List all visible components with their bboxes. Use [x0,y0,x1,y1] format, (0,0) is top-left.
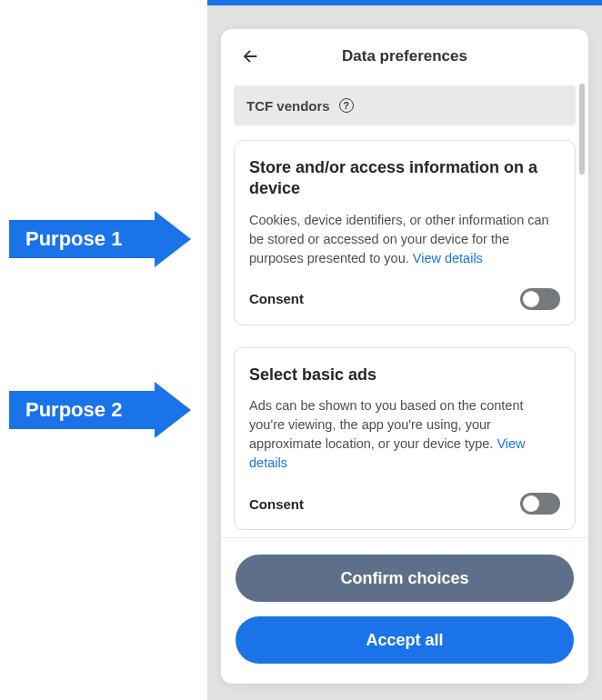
purpose-card: Store and/or access information on a dev… [234,140,576,325]
purpose-title: Store and/or access information on a dev… [249,157,560,200]
annotation-label: Purpose 1 [25,227,122,251]
back-button[interactable] [237,44,263,69]
consent-toggle[interactable] [520,493,560,515]
vendors-section-header[interactable]: TCF vendors ? [234,85,576,125]
annotation-arrow-purpose-1: Purpose 1 [9,211,196,267]
view-details-link[interactable]: View details [413,251,483,265]
consent-modal: Data preferences TCF vendors ? Store and… [221,29,588,684]
modal-title: Data preferences [342,47,467,65]
purpose-description-text: Ads can be shown to you based on the con… [249,398,524,451]
modal-scroll-area[interactable]: TCF vendors ? Store and/or access inform… [221,84,588,537]
browser-accent-bar [207,0,602,5]
scrollbar-thumb[interactable] [579,84,585,175]
modal-footer: Confirm choices Accept all [221,537,588,684]
modal-header: Data preferences [221,29,588,84]
toggle-knob [523,495,539,512]
confirm-choices-button[interactable]: Confirm choices [236,555,574,602]
accept-all-button[interactable]: Accept all [236,616,574,664]
annotation-arrow-purpose-2: Purpose 2 [9,382,196,438]
purpose-card: Select basic ads Ads can be shown to you… [234,347,576,530]
purpose-description: Cookies, device identifiers, or other in… [249,211,560,268]
consent-label: Consent [249,291,304,306]
toggle-knob [523,291,539,307]
purpose-description: Ads can be shown to you based on the con… [249,396,560,473]
annotation-label: Purpose 2 [25,398,122,422]
purpose-description-text: Cookies, device identifiers, or other in… [249,213,549,265]
consent-label: Consent [249,496,304,512]
vendors-section-label: TCF vendors [246,98,330,114]
consent-toggle[interactable] [520,288,560,310]
arrow-left-icon [240,46,260,66]
help-icon[interactable]: ? [339,98,354,113]
purpose-title: Select basic ads [249,365,560,385]
